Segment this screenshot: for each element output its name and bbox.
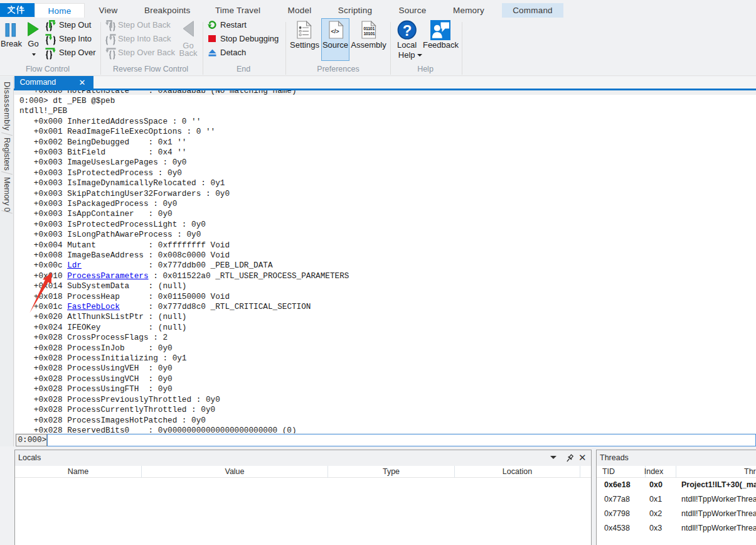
svg-text:10101: 10101: [363, 31, 375, 36]
svg-text:01101: 01101: [363, 26, 375, 31]
svg-text:?: ?: [403, 21, 412, 38]
svg-text:</>: </>: [331, 28, 339, 35]
